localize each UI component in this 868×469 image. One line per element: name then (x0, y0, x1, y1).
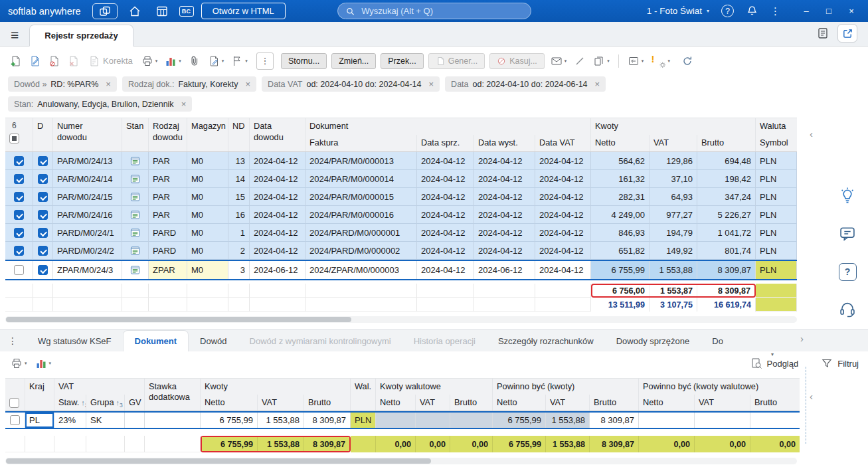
edit-document-button[interactable] (27, 54, 42, 68)
filter-chip-data[interactable]: Data od: 2024-04-10 do: 2024-06-14 × (445, 76, 606, 92)
window-maximize-button[interactable]: □ (818, 0, 840, 22)
edit-actions-button[interactable]: ▾ (207, 54, 226, 68)
main-menu-button[interactable]: ≡ (11, 28, 19, 42)
col-header-brutto[interactable]: Brutto (304, 395, 351, 411)
filtruj-button[interactable]: Filtruj (821, 357, 859, 369)
table-row[interactable]: PAR/M0/24/14 PAR M0 14 2024-04-12 2024/P… (5, 170, 797, 188)
notifications-button[interactable] (746, 5, 758, 17)
settings-warning-button[interactable]: ! ▾ (650, 53, 671, 69)
tables-button[interactable] (152, 3, 172, 19)
col-header-netto[interactable]: Netto (201, 395, 258, 411)
col-header-data-vat[interactable]: Data VAT (535, 135, 591, 151)
podglad-button[interactable]: Podgląd (750, 357, 799, 369)
col-header-vat[interactable]: VAT (546, 395, 590, 411)
col-header-brutto[interactable]: Brutto (450, 395, 493, 411)
d-checkbox[interactable] (38, 210, 48, 220)
detail-horizontal-scrollbar[interactable] (5, 458, 797, 464)
col-header-symbol[interactable]: Symbol (756, 135, 797, 151)
col-header-faktura[interactable]: Faktura (305, 135, 417, 151)
new-document-button[interactable] (8, 54, 23, 68)
scroll-left-icon[interactable]: ‹ (810, 391, 813, 402)
row-select-checkbox[interactable] (14, 246, 24, 256)
row-select-checkbox[interactable] (14, 192, 24, 202)
dock-panel-button[interactable]: ▾ (626, 54, 646, 68)
col-header-vat[interactable]: VAT (258, 395, 304, 411)
open-in-html-button[interactable]: Otwórz w HTML (201, 3, 286, 19)
tab-rejestr-sprzedazy[interactable]: Rejestr sprzedaży (29, 25, 133, 47)
panel-print-button[interactable]: ▾ (9, 356, 29, 371)
col-header-magazyn[interactable]: Magazyn (187, 118, 228, 151)
tab-szczegoly-rozrachunkow[interactable]: Szczegóły rozrachunków (487, 331, 605, 351)
attachments-button[interactable] (187, 54, 202, 68)
kasuj-button[interactable]: Kasuj... (489, 53, 545, 69)
col-header-vat[interactable]: VAT (650, 135, 697, 151)
refresh-button[interactable] (680, 54, 695, 68)
bc-badge-icon[interactable]: BC (179, 6, 194, 17)
more-options-button[interactable]: ⋮ (770, 5, 780, 17)
detail-select-all-header[interactable] (5, 379, 25, 411)
row-select-checkbox[interactable] (14, 156, 24, 166)
col-header-brutto[interactable]: Brutto (590, 395, 639, 411)
col-header-netto[interactable]: Netto (639, 395, 695, 411)
remove-filter-icon[interactable]: × (429, 79, 434, 89)
copy-button[interactable]: ▾ (592, 54, 611, 68)
panel-analysis-button[interactable]: ▾ (34, 356, 53, 371)
row-select-checkbox[interactable] (14, 210, 24, 220)
tab-historia-operacji[interactable]: Historia operacji (402, 331, 487, 351)
filter-chip-data-vat[interactable]: Data VAT od: 2024-04-10 do: 2024-04-14 × (262, 76, 440, 92)
col-header-netto[interactable]: Netto (493, 395, 546, 411)
window-minimize-button[interactable]: – (795, 0, 818, 22)
col-header-d[interactable]: D (33, 118, 53, 151)
d-checkbox[interactable] (38, 228, 48, 238)
help-center-button[interactable]: ? (837, 262, 857, 282)
korekta-button[interactable]: Korekta (88, 55, 133, 67)
tab-dowod-z-wymiarami[interactable]: Dowód z wymiarami kontrolingowymi (238, 331, 402, 351)
select-all-checkbox[interactable] (9, 134, 19, 143)
col-header-data-sprz[interactable]: Data sprz. (417, 135, 474, 151)
d-checkbox[interactable] (38, 192, 48, 202)
workspaces-button[interactable] (92, 3, 118, 19)
delete-document-button[interactable] (66, 54, 80, 68)
table-row[interactable]: PARD/M0/24/1 PARD M0 1 2024-04-12 2024/P… (5, 224, 797, 242)
tab-dowody-sprzezone[interactable]: Dowody sprzężone (605, 331, 701, 351)
print-button[interactable]: ▾ (140, 54, 159, 68)
col-header-nd[interactable]: ND (228, 118, 250, 151)
remove-filter-icon[interactable]: × (106, 79, 111, 89)
scrollbar-thumb[interactable] (6, 317, 351, 322)
company-selector[interactable]: 1 - Foto Świat ▾ (647, 6, 709, 16)
d-checkbox[interactable] (38, 265, 48, 275)
col-header-rodzaj[interactable]: Rodzajdowodu (149, 118, 187, 151)
table-row[interactable]: PAR/M0/24/15 PAR M0 15 2024-04-12 2024/P… (5, 188, 797, 206)
tab-do-cut[interactable]: Do (701, 331, 735, 351)
generuj-button[interactable]: Gener... (428, 53, 485, 69)
send-button[interactable]: ▾ (549, 54, 568, 68)
col-header-wal[interactable]: Wal. (351, 379, 376, 411)
remove-filter-icon[interactable]: × (595, 79, 600, 89)
tab-wg-statusow-ksef[interactable]: Wg statusów KSeF (27, 331, 123, 351)
col-header-stan[interactable]: Stan (122, 118, 149, 151)
row-select-checkbox[interactable] (14, 228, 24, 238)
select-all-header[interactable]: 6 (5, 118, 33, 151)
przeksieguj-button[interactable]: Przek... (381, 53, 423, 69)
row-select-checkbox[interactable] (14, 265, 24, 275)
table-row[interactable]: PAR/M0/24/16 PAR M0 16 2024-04-12 2024/P… (5, 206, 797, 224)
tab-dowod[interactable]: Dowód (189, 331, 238, 351)
table-row[interactable]: PAR/M0/24/13 PAR M0 13 2024-04-12 2024/P… (5, 152, 797, 170)
zmien-button[interactable]: Zmień... (331, 53, 376, 69)
col-header-data-wyst[interactable]: Data wyst. (474, 135, 535, 151)
vat-row-current[interactable]: PL 23% SK 6 755,99 1 553,88 8 309,87 PLN… (5, 411, 800, 429)
side-panel-button[interactable] (816, 27, 829, 40)
tab-dokument[interactable]: Dokument (123, 330, 189, 352)
col-header-grupa[interactable]: Grupa↑3 (86, 395, 125, 411)
col-header-stawka-dodatkowa[interactable]: Stawkadodatkowa (145, 379, 201, 411)
share-button[interactable] (837, 24, 857, 43)
d-checkbox[interactable] (38, 174, 48, 184)
flag-button[interactable]: ▾ (230, 54, 249, 68)
row-select-checkbox[interactable] (10, 415, 20, 425)
feedback-button[interactable] (837, 224, 857, 244)
table-row-current[interactable]: ZPAR/M0/24/3 ZPAR M0 3 2024-06-12 2024/Z… (5, 260, 797, 280)
scroll-left-icon[interactable]: ‹ (810, 128, 813, 140)
col-header-netto[interactable]: Netto (591, 135, 650, 151)
col-header-brutto[interactable]: Brutto (750, 395, 800, 411)
global-search[interactable] (337, 3, 531, 19)
